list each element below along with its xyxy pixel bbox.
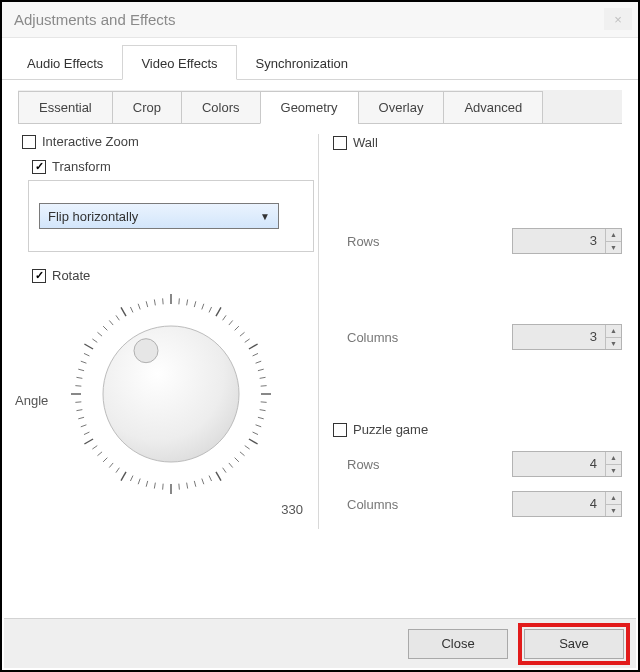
rotate-checkbox[interactable] xyxy=(32,269,46,283)
chevron-down-icon[interactable]: ▼ xyxy=(606,338,621,350)
svg-line-45 xyxy=(103,458,107,462)
svg-line-27 xyxy=(235,458,239,462)
svg-line-20 xyxy=(260,410,266,411)
save-button[interactable]: Save xyxy=(524,629,624,659)
svg-line-8 xyxy=(229,320,233,325)
svg-line-17 xyxy=(261,386,267,387)
chevron-up-icon[interactable]: ▲ xyxy=(606,492,621,505)
svg-line-33 xyxy=(194,481,196,487)
interactive-zoom-label: Interactive Zoom xyxy=(42,134,139,149)
svg-line-53 xyxy=(75,402,81,403)
chevron-up-icon[interactable]: ▲ xyxy=(606,325,621,338)
tab-essential[interactable]: Essential xyxy=(18,91,113,124)
puzzle-checkbox[interactable] xyxy=(333,423,347,437)
svg-line-55 xyxy=(75,386,81,387)
svg-line-29 xyxy=(223,468,226,473)
angle-dial[interactable] xyxy=(66,289,276,499)
tab-video-effects[interactable]: Video Effects xyxy=(122,45,236,80)
wall-checkbox[interactable] xyxy=(333,136,347,150)
svg-line-16 xyxy=(260,377,266,378)
svg-line-58 xyxy=(81,361,87,363)
rotate-dial-group: Angle 330 xyxy=(51,289,291,519)
svg-line-23 xyxy=(253,432,258,435)
puzzle-columns-value: 4 xyxy=(513,492,605,516)
angle-label: Angle xyxy=(15,393,48,408)
svg-line-70 xyxy=(154,299,155,305)
chevron-down-icon[interactable]: ▼ xyxy=(606,465,621,477)
svg-line-19 xyxy=(261,402,267,403)
svg-line-68 xyxy=(138,304,140,310)
wall-columns-spinner[interactable]: 3 ▲▼ xyxy=(512,324,622,350)
svg-line-26 xyxy=(240,452,245,456)
svg-line-56 xyxy=(76,377,82,378)
wall-rows-label: Rows xyxy=(347,234,380,249)
svg-line-46 xyxy=(97,452,102,456)
wall-rows-spinner[interactable]: 3 ▲▼ xyxy=(512,228,622,254)
svg-line-15 xyxy=(258,369,264,371)
puzzle-columns-spinner[interactable]: 4 ▲▼ xyxy=(512,491,622,517)
chevron-down-icon[interactable]: ▼ xyxy=(606,505,621,517)
interactive-zoom-checkbox[interactable] xyxy=(22,135,36,149)
transform-checkbox[interactable] xyxy=(32,160,46,174)
dialog-footer: Close Save xyxy=(4,618,636,668)
svg-line-52 xyxy=(76,410,82,411)
wall-label: Wall xyxy=(353,135,378,150)
svg-line-49 xyxy=(84,432,89,435)
svg-line-47 xyxy=(92,446,97,449)
svg-line-40 xyxy=(138,479,140,485)
transform-mode-dropdown[interactable]: Flip horizontally ▼ xyxy=(39,203,279,229)
svg-line-71 xyxy=(163,298,164,304)
svg-line-1 xyxy=(179,298,180,304)
window-title: Adjustments and Effects xyxy=(14,11,175,28)
tab-overlay[interactable]: Overlay xyxy=(358,91,445,124)
svg-line-34 xyxy=(187,483,188,489)
svg-line-57 xyxy=(78,369,84,371)
close-button[interactable]: Close xyxy=(408,629,508,659)
puzzle-label: Puzzle game xyxy=(353,422,428,437)
svg-line-9 xyxy=(235,326,239,330)
svg-line-50 xyxy=(81,425,87,427)
window-close-button[interactable]: × xyxy=(604,8,632,30)
svg-line-42 xyxy=(121,472,126,481)
tab-colors[interactable]: Colors xyxy=(181,91,261,124)
puzzle-columns-label: Columns xyxy=(347,497,398,512)
svg-line-59 xyxy=(84,353,89,356)
chevron-up-icon[interactable]: ▲ xyxy=(606,229,621,242)
svg-point-73 xyxy=(134,339,158,363)
svg-line-63 xyxy=(103,326,107,330)
svg-line-38 xyxy=(154,483,155,489)
svg-line-2 xyxy=(187,299,188,305)
tab-crop[interactable]: Crop xyxy=(112,91,182,124)
tab-geometry[interactable]: Geometry xyxy=(260,91,359,124)
svg-line-35 xyxy=(179,484,180,490)
svg-line-30 xyxy=(216,472,221,481)
transform-mode-value: Flip horizontally xyxy=(48,209,138,224)
svg-line-25 xyxy=(245,446,250,449)
chevron-down-icon[interactable]: ▼ xyxy=(606,242,621,254)
tab-synchronization[interactable]: Synchronization xyxy=(237,45,368,80)
svg-line-62 xyxy=(97,332,102,336)
puzzle-rows-spinner[interactable]: 4 ▲▼ xyxy=(512,451,622,477)
svg-line-11 xyxy=(245,339,250,342)
svg-line-7 xyxy=(223,315,226,320)
wall-columns-value: 3 xyxy=(513,325,605,349)
chevron-up-icon[interactable]: ▲ xyxy=(606,452,621,465)
svg-line-41 xyxy=(130,476,133,481)
puzzle-rows-label: Rows xyxy=(347,457,380,472)
rotate-label: Rotate xyxy=(52,268,90,283)
tab-audio-effects[interactable]: Audio Effects xyxy=(8,45,122,80)
svg-line-24 xyxy=(249,439,258,444)
svg-line-10 xyxy=(240,332,245,336)
save-button-highlight: Save xyxy=(518,623,630,665)
svg-line-6 xyxy=(216,307,221,316)
svg-line-48 xyxy=(84,439,93,444)
svg-point-72 xyxy=(103,326,239,462)
svg-line-21 xyxy=(258,417,264,419)
main-tab-strip: Audio Effects Video Effects Synchronizat… xyxy=(2,38,638,80)
sub-tab-strip: Essential Crop Colors Geometry Overlay A… xyxy=(18,90,622,124)
svg-line-39 xyxy=(146,481,148,487)
svg-line-43 xyxy=(116,468,119,473)
transform-group: Flip horizontally ▼ xyxy=(28,180,314,252)
tab-advanced[interactable]: Advanced xyxy=(443,91,543,124)
svg-line-32 xyxy=(202,479,204,485)
